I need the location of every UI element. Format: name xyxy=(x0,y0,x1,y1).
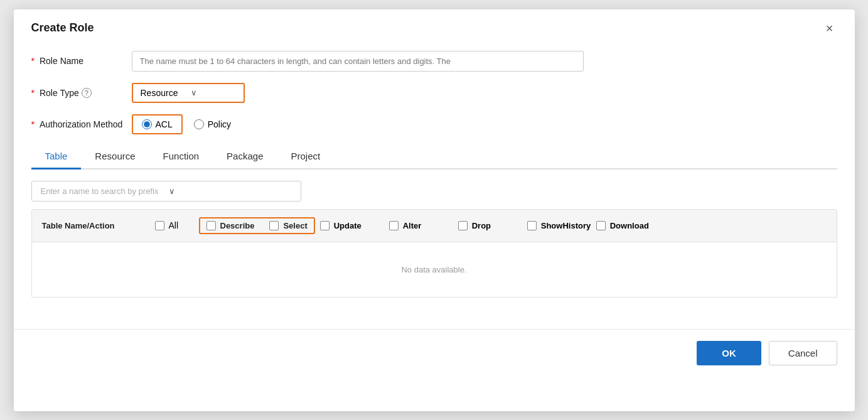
th-download: Download xyxy=(596,221,665,230)
checkbox-select[interactable] xyxy=(269,221,279,230)
tab-function[interactable]: Function xyxy=(149,146,213,170)
role-type-help-icon[interactable]: ? xyxy=(82,88,92,98)
dialog-title: Create Role xyxy=(31,21,94,35)
auth-method-row: * Authorization Method ACL Policy xyxy=(31,114,837,134)
required-star: * xyxy=(31,56,35,66)
required-star-type: * xyxy=(31,88,35,98)
dialog-body: * Role Name * Role Type ? Resource ∨ * A… xyxy=(14,45,855,310)
role-name-input[interactable] xyxy=(132,51,584,72)
policy-radio-option[interactable]: Policy xyxy=(194,119,231,129)
acl-radio-option[interactable]: ACL xyxy=(142,119,173,129)
create-role-dialog: Create Role × * Role Name * Role Type ? … xyxy=(14,9,855,411)
checkbox-describe[interactable] xyxy=(206,221,216,230)
role-name-row: * Role Name xyxy=(31,51,837,72)
th-describe: Describe xyxy=(206,221,255,230)
chevron-down-icon: ∨ xyxy=(191,88,236,97)
auth-method-group: ACL Policy xyxy=(132,114,232,134)
tab-table[interactable]: Table xyxy=(31,146,82,170)
th-select: Select xyxy=(269,221,307,230)
acl-label: ACL xyxy=(156,119,173,129)
cancel-button[interactable]: Cancel xyxy=(769,341,837,365)
role-type-value: Resource xyxy=(141,88,186,98)
dialog-header: Create Role × xyxy=(14,9,855,45)
ok-button[interactable]: OK xyxy=(697,341,761,365)
tab-resource[interactable]: Resource xyxy=(81,146,149,170)
th-alter: Alter xyxy=(389,221,458,230)
checkbox-all[interactable] xyxy=(155,221,164,230)
policy-label: Policy xyxy=(208,119,231,129)
th-table-name: Table Name/Action xyxy=(42,221,155,230)
th-drop: Drop xyxy=(458,221,527,230)
checkbox-drop[interactable] xyxy=(458,221,468,230)
tab-project[interactable]: Project xyxy=(277,146,334,170)
role-type-dropdown[interactable]: Resource ∨ xyxy=(132,83,245,103)
search-placeholder: Enter a name to search by prefix xyxy=(41,186,164,196)
role-type-row: * Role Type ? Resource ∨ xyxy=(31,83,837,103)
th-all: All xyxy=(155,220,199,230)
th-showhistory: ShowHistory xyxy=(527,221,596,230)
permissions-table: Table Name/Action All Describe Select xyxy=(31,209,837,298)
checkbox-alter[interactable] xyxy=(389,221,399,230)
tab-package[interactable]: Package xyxy=(213,146,277,170)
policy-radio[interactable] xyxy=(194,119,204,129)
dialog-footer: OK Cancel xyxy=(14,329,855,377)
auth-acl-box: ACL xyxy=(132,114,183,134)
close-button[interactable]: × xyxy=(822,21,837,36)
search-chevron-icon: ∨ xyxy=(169,186,292,196)
role-name-label: * Role Name xyxy=(31,56,132,66)
search-dropdown[interactable]: Enter a name to search by prefix ∨ xyxy=(31,181,301,202)
no-data-message: No data available. xyxy=(32,242,837,297)
tabs-row: Table Resource Function Package Project xyxy=(31,146,837,170)
checkbox-showhistory[interactable] xyxy=(527,221,537,230)
auth-method-label: * Authorization Method xyxy=(31,119,132,129)
checkbox-update[interactable] xyxy=(320,221,330,230)
required-star-auth: * xyxy=(31,119,35,129)
th-update: Update xyxy=(320,221,389,230)
checkbox-download[interactable] xyxy=(596,221,606,230)
table-header: Table Name/Action All Describe Select xyxy=(32,210,837,242)
role-type-label: * Role Type ? xyxy=(31,88,132,98)
acl-radio[interactable] xyxy=(142,119,152,129)
